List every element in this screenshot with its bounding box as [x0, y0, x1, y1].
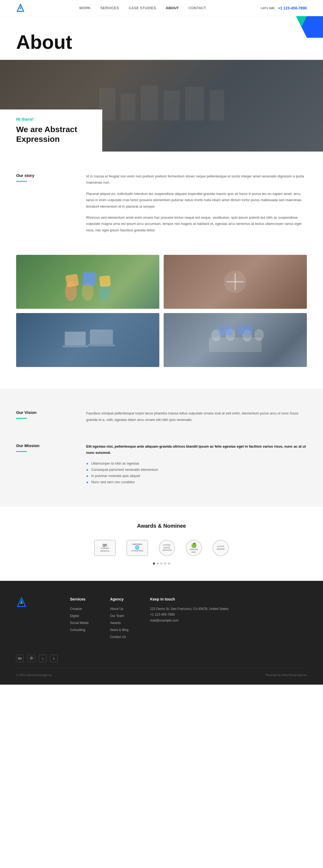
- agency-list: About Us Our Team Awards News & Blog Con…: [110, 606, 129, 639]
- bullet-arrow-4: ►: [86, 480, 89, 484]
- vision-label: Our Vision: [16, 410, 70, 427]
- agency-blog: News & Blog: [110, 627, 129, 632]
- vision-divider: [16, 418, 27, 419]
- cta-label: Let's talk:: [260, 6, 275, 10]
- nav-about[interactable]: ABOUT: [166, 6, 179, 10]
- mission-block: Our Mission Elit egestas nisl, pellentes…: [16, 443, 307, 485]
- dot-1[interactable]: [153, 562, 155, 565]
- bullet-1: ► Ullamcorper id nibh ac egestas: [86, 460, 307, 466]
- footer-columns: Services Creative Digital Social Media C…: [70, 597, 307, 641]
- bullet-2: ► Consequat parturient venenatis element…: [86, 466, 307, 473]
- social-twitter[interactable]: t: [50, 655, 58, 662]
- awards-section: Awards & Nominee QC POWERMODULE CERTIFIE…: [0, 507, 323, 581]
- footer-phone: +1 123-456-7890: [150, 612, 228, 618]
- svg-point-21: [254, 329, 264, 341]
- social-instagram[interactable]: ♫: [39, 655, 46, 662]
- footer-logo-icon: [16, 597, 27, 608]
- photo-grid: [0, 255, 323, 389]
- dot-4[interactable]: [164, 562, 166, 565]
- photo-team-colorful: [16, 255, 159, 309]
- photo-2-illustration: [192, 266, 278, 298]
- footer: Services Creative Digital Social Media C…: [0, 581, 323, 685]
- mission-intro: Elit egestas nisl, pellentesque ante ali…: [86, 443, 307, 456]
- photo-cell-1: [16, 255, 159, 309]
- vision-title: Our Vision: [16, 410, 70, 415]
- bullet-3: ► In pulvinar molestie quis aliquet: [86, 473, 307, 479]
- photo-cell-2: [164, 255, 307, 309]
- bullet-arrow-2: ►: [86, 468, 89, 471]
- dot-2[interactable]: [157, 562, 159, 565]
- svg-rect-15: [90, 330, 113, 344]
- svg-rect-7: [65, 274, 79, 287]
- story-section: Our story Id in massa et feugiat non eni…: [0, 152, 323, 255]
- nav-work[interactable]: WORK: [79, 6, 91, 10]
- story-p3: Rhoncus sed elementum amet enim ornare h…: [86, 214, 307, 233]
- footer-top: Services Creative Digital Social Media C…: [16, 597, 307, 641]
- hero-headline: We are Abstract Expression: [16, 125, 93, 144]
- service-creative: Creative: [70, 606, 88, 611]
- social-dribbble[interactable]: Ⓒ: [28, 655, 35, 662]
- story-label: Our story: [16, 173, 70, 233]
- award-badge-3: HYPERDRIVE★★★★★: [159, 540, 175, 556]
- navbar: WORK SERVICES CASE STUDIES ABOUT CONTACT…: [0, 0, 323, 16]
- bullet-arrow-1: ►: [86, 462, 89, 465]
- svg-rect-8: [82, 272, 97, 286]
- service-digital: Digital: [70, 613, 88, 618]
- dot-3[interactable]: [160, 562, 163, 565]
- mission-label: Our Mission: [16, 443, 70, 485]
- photo-meeting: [164, 313, 307, 367]
- mission-divider: [16, 451, 27, 452]
- photo-laptops: [16, 313, 159, 367]
- award-badge-4: 🍏 AWARD2021: [186, 540, 202, 556]
- vision-block: Our Vision Faucibus volutpat pellentesqu…: [16, 410, 307, 427]
- photo-4-illustration: [178, 318, 293, 362]
- photo-hands: [164, 255, 307, 309]
- teal-divider: [16, 181, 27, 182]
- photo-3-illustration: [38, 321, 138, 359]
- service-consulting: Consulting: [70, 627, 88, 632]
- footer-logo-area: [16, 597, 32, 641]
- services-title: Services: [70, 597, 88, 601]
- award-badge-2: CERTIFIED 🌐 STANDARD: [127, 540, 148, 556]
- page-header: About: [0, 16, 323, 60]
- powered-by: Powered by Advertising Agency: [265, 673, 307, 677]
- badge-ultra: ULTRAAWARD: [213, 540, 229, 556]
- bullet-arrow-3: ►: [86, 474, 89, 477]
- nav-contact[interactable]: CONTACT: [189, 6, 206, 10]
- nav-links: WORK SERVICES CASE STUDIES ABOUT CONTACT: [79, 6, 206, 10]
- nav-services[interactable]: SERVICES: [100, 6, 119, 10]
- agency-title: Agency: [110, 597, 129, 601]
- story-title: Our story: [16, 173, 70, 178]
- carousel-dots: [16, 562, 307, 565]
- copyright: © 2021 Advertising Agency: [16, 673, 52, 677]
- gray-section: Our Vision Faucibus volutpat pellentesqu…: [0, 389, 323, 507]
- story-p2: Placerat aliquet eu, sollicitudin interd…: [86, 191, 307, 210]
- hi-there-text: Hi there!: [16, 117, 93, 122]
- footer-agency: Agency About Us Our Team Awards News & B…: [110, 597, 129, 641]
- photo-1-illustration: [30, 260, 145, 303]
- banner-content: Hi there! We are Abstract Expression: [0, 110, 102, 152]
- agency-awards: Awards: [110, 620, 129, 625]
- social-behance[interactable]: Bē: [16, 655, 24, 662]
- svg-rect-22: [219, 326, 233, 336]
- dot-5[interactable]: [168, 562, 170, 565]
- svg-rect-23: [238, 325, 252, 335]
- service-social: Social Media: [70, 620, 88, 625]
- page-title: About: [16, 32, 307, 52]
- logo[interactable]: [16, 4, 25, 12]
- contact-title: Keep in touch: [150, 597, 228, 601]
- nav-case-studies[interactable]: CASE STUDIES: [129, 6, 156, 10]
- logo-icon: [16, 4, 25, 12]
- award-badge-5: ULTRAAWARD: [213, 540, 229, 556]
- nav-phone[interactable]: +1 123-456-7890: [278, 6, 307, 10]
- photo-cell-3: [16, 313, 159, 367]
- badge-award: 🍏 AWARD2021: [186, 540, 202, 556]
- footer-email: mail@example.com: [150, 618, 228, 624]
- svg-rect-13: [65, 332, 85, 345]
- badge-hyper: HYPERDRIVE★★★★★: [159, 540, 175, 556]
- bullet-4: ► Nunc sed sem nec curabitur: [86, 479, 307, 485]
- agency-contact: Contact Us: [110, 634, 129, 639]
- footer-contact: Keep in touch 123 Demo St, San Francisco…: [150, 597, 228, 641]
- awards-row: QC POWERMODULE CERTIFIED 🌐 STANDARD HYPE…: [16, 540, 307, 556]
- svg-rect-14: [63, 345, 88, 348]
